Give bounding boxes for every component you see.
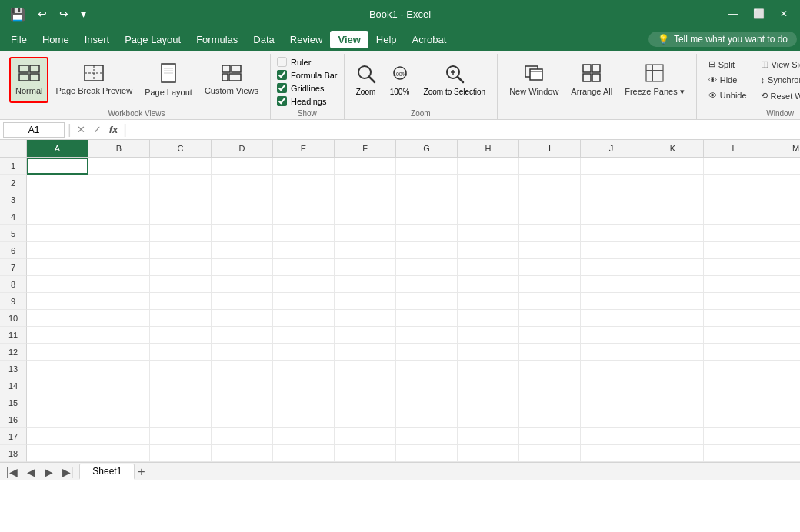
- cell-M13[interactable]: [765, 361, 800, 377]
- headings-checkbox-label[interactable]: Headings: [277, 96, 338, 106]
- sheet-nav-last[interactable]: ▶|: [59, 466, 77, 478]
- cell-F9[interactable]: [335, 293, 396, 310]
- cell-J14[interactable]: [581, 377, 642, 394]
- cell-L1[interactable]: [704, 158, 765, 175]
- cell-E9[interactable]: [273, 293, 335, 310]
- cell-B11[interactable]: [88, 327, 150, 344]
- cell-E6[interactable]: [273, 242, 335, 259]
- cell-D10[interactable]: [212, 310, 273, 327]
- cell-D18[interactable]: [212, 445, 273, 462]
- new-window-button[interactable]: New Window: [504, 57, 564, 103]
- cell-F18[interactable]: [335, 445, 396, 462]
- ruler-checkbox-label[interactable]: Ruler: [277, 57, 338, 67]
- cell-M2[interactable]: [765, 175, 800, 191]
- minimize-button[interactable]: —: [722, 0, 744, 28]
- arrange-all-button[interactable]: Arrange All: [565, 57, 618, 103]
- cell-E4[interactable]: [273, 208, 335, 225]
- cell-E11[interactable]: [273, 327, 335, 344]
- cell-H1[interactable]: [458, 158, 519, 175]
- cell-L14[interactable]: [704, 377, 765, 394]
- cell-G13[interactable]: [396, 361, 458, 377]
- cell-F7[interactable]: [335, 259, 396, 276]
- cell-M9[interactable]: [765, 293, 800, 310]
- close-button[interactable]: ✕: [774, 0, 794, 28]
- cell-L11[interactable]: [704, 327, 765, 344]
- cell-L8[interactable]: [704, 276, 765, 293]
- cell-F8[interactable]: [335, 276, 396, 293]
- cell-M17[interactable]: [765, 428, 800, 445]
- cell-I1[interactable]: [519, 158, 581, 175]
- cell-D9[interactable]: [212, 293, 273, 310]
- cell-G2[interactable]: [396, 175, 458, 191]
- cell-C4[interactable]: [150, 208, 212, 225]
- cell-C17[interactable]: [150, 428, 212, 445]
- confirm-formula-button[interactable]: ✓: [91, 124, 104, 135]
- cell-G18[interactable]: [396, 445, 458, 462]
- cell-H9[interactable]: [458, 293, 519, 310]
- cell-C7[interactable]: [150, 259, 212, 276]
- cell-L10[interactable]: [704, 310, 765, 327]
- cell-K3[interactable]: [642, 191, 704, 208]
- cell-F17[interactable]: [335, 428, 396, 445]
- cell-E16[interactable]: [273, 411, 335, 428]
- cell-M11[interactable]: [765, 327, 800, 344]
- col-header-H[interactable]: H: [458, 140, 519, 157]
- cell-C5[interactable]: [150, 225, 212, 242]
- cell-H16[interactable]: [458, 411, 519, 428]
- cell-L5[interactable]: [704, 225, 765, 242]
- qat-dropdown-button[interactable]: ▾: [77, 6, 90, 22]
- cell-B2[interactable]: [88, 175, 150, 191]
- cell-L3[interactable]: [704, 191, 765, 208]
- cell-K2[interactable]: [642, 175, 704, 191]
- cell-K13[interactable]: [642, 361, 704, 377]
- menu-file[interactable]: File: [3, 31, 35, 48]
- cell-E14[interactable]: [273, 377, 335, 394]
- cell-B10[interactable]: [88, 310, 150, 327]
- cell-K12[interactable]: [642, 344, 704, 361]
- cell-K7[interactable]: [642, 259, 704, 276]
- cell-C1[interactable]: [150, 158, 212, 175]
- cell-D3[interactable]: [212, 191, 273, 208]
- cell-B5[interactable]: [88, 225, 150, 242]
- cell-E13[interactable]: [273, 361, 335, 377]
- cell-M10[interactable]: [765, 310, 800, 327]
- page-break-preview-button[interactable]: Page Break Preview: [50, 57, 138, 103]
- cell-E1[interactable]: [273, 158, 335, 175]
- gridlines-checkbox-label[interactable]: Gridlines: [277, 83, 338, 93]
- cell-E8[interactable]: [273, 276, 335, 293]
- cell-G10[interactable]: [396, 310, 458, 327]
- menu-view[interactable]: View: [330, 31, 368, 48]
- cell-I11[interactable]: [519, 327, 581, 344]
- cell-H18[interactable]: [458, 445, 519, 462]
- cell-J6[interactable]: [581, 242, 642, 259]
- cell-A4[interactable]: [27, 208, 88, 225]
- cell-M6[interactable]: [765, 242, 800, 259]
- cell-H4[interactable]: [458, 208, 519, 225]
- cell-B17[interactable]: [88, 428, 150, 445]
- freeze-panes-button[interactable]: Freeze Panes ▾: [619, 57, 690, 103]
- formula-bar-checkbox-label[interactable]: Formula Bar: [277, 70, 338, 80]
- cell-D13[interactable]: [212, 361, 273, 377]
- cell-E12[interactable]: [273, 344, 335, 361]
- cell-J9[interactable]: [581, 293, 642, 310]
- name-box[interactable]: [3, 122, 65, 138]
- col-header-M[interactable]: M: [765, 140, 800, 157]
- cell-H15[interactable]: [458, 394, 519, 411]
- cell-G11[interactable]: [396, 327, 458, 344]
- cell-B3[interactable]: [88, 191, 150, 208]
- col-header-E[interactable]: E: [273, 140, 335, 157]
- cell-J10[interactable]: [581, 310, 642, 327]
- col-header-K[interactable]: K: [642, 140, 704, 157]
- tell-me-input[interactable]: 💡 Tell me what you want to do: [648, 32, 797, 47]
- cell-G5[interactable]: [396, 225, 458, 242]
- cell-B13[interactable]: [88, 361, 150, 377]
- sheet-nav-next[interactable]: ▶: [42, 466, 56, 478]
- cell-H8[interactable]: [458, 276, 519, 293]
- cell-A6[interactable]: [27, 242, 88, 259]
- sheet-nav-prev[interactable]: ◀: [24, 466, 38, 478]
- cell-C3[interactable]: [150, 191, 212, 208]
- cell-L6[interactable]: [704, 242, 765, 259]
- split-button[interactable]: ⊟ Split: [703, 57, 752, 71]
- cell-D15[interactable]: [212, 394, 273, 411]
- cell-C11[interactable]: [150, 327, 212, 344]
